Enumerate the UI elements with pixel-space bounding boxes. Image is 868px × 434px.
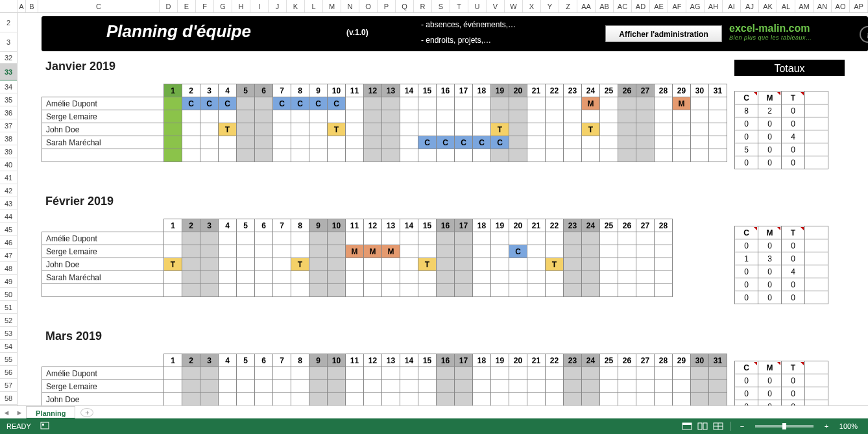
day-cell[interactable]: M [382, 245, 400, 258]
day-header-4[interactable]: 4 [219, 219, 237, 232]
day-cell[interactable] [618, 123, 636, 136]
totals-cell-T[interactable]: 4 [782, 265, 805, 278]
day-cell[interactable] [400, 149, 418, 162]
row-header-54[interactable]: 54 [0, 340, 17, 353]
row-header-35[interactable]: 35 [0, 93, 17, 106]
day-cell[interactable] [618, 110, 636, 123]
day-cell[interactable]: C [437, 136, 455, 149]
day-cell[interactable] [564, 97, 582, 110]
day-cell[interactable]: T [582, 123, 600, 136]
day-cell[interactable] [564, 232, 582, 245]
day-cell[interactable] [291, 110, 309, 123]
day-header-4[interactable]: 4 [219, 84, 237, 97]
day-cell[interactable] [582, 136, 600, 149]
day-cell[interactable] [346, 136, 364, 149]
row-header-56[interactable]: 56 [0, 366, 17, 379]
row-header-58[interactable]: 58 [0, 392, 17, 405]
day-cell[interactable] [636, 97, 655, 110]
day-cell[interactable] [473, 258, 491, 271]
column-header-C[interactable]: C [38, 0, 160, 12]
day-cell[interactable] [600, 136, 618, 149]
totals-cell-M[interactable]: 0 [758, 265, 782, 278]
day-cell[interactable]: M [346, 245, 364, 258]
day-cell[interactable] [673, 380, 691, 393]
day-cell[interactable] [237, 271, 255, 284]
row-header-47[interactable]: 47 [0, 249, 17, 262]
day-cell[interactable] [309, 110, 328, 123]
day-cell[interactable] [364, 110, 382, 123]
column-header-M[interactable]: M [323, 0, 341, 12]
totals-cell-blank[interactable] [805, 291, 828, 304]
day-cell[interactable]: C [309, 97, 328, 110]
day-cell[interactable] [491, 149, 509, 162]
day-cell[interactable] [346, 123, 364, 136]
day-cell[interactable] [691, 97, 709, 110]
day-cell[interactable] [491, 380, 509, 393]
column-header-R[interactable]: R [414, 0, 432, 12]
column-header-AA[interactable]: AA [577, 0, 596, 12]
day-header-24[interactable]: 24 [582, 354, 600, 367]
day-cell[interactable] [582, 232, 600, 245]
day-header-30[interactable]: 30 [691, 354, 709, 367]
day-cell[interactable] [418, 149, 437, 162]
day-cell[interactable] [527, 97, 546, 110]
column-header-K[interactable]: K [287, 0, 305, 12]
day-cell[interactable] [709, 367, 727, 380]
day-cell[interactable] [273, 271, 291, 284]
person-name[interactable] [42, 149, 164, 162]
column-header-D[interactable]: D [160, 0, 178, 12]
day-cell[interactable] [582, 110, 600, 123]
day-header-20[interactable]: 20 [509, 219, 527, 232]
totals-cell-blank[interactable] [805, 239, 828, 252]
totals-cell-M[interactable]: 0 [758, 143, 782, 156]
tab-nav-first[interactable]: ◄ [0, 409, 13, 416]
day-header-13[interactable]: 13 [382, 84, 400, 97]
day-header-29[interactable]: 29 [673, 84, 691, 97]
totals-cell-C[interactable]: 0 [735, 130, 758, 143]
day-cell[interactable] [655, 123, 673, 136]
totals-cell-blank[interactable] [805, 374, 828, 387]
day-header-23[interactable]: 23 [564, 84, 582, 97]
person-name[interactable]: Serge Lemaire [42, 245, 164, 258]
day-cell[interactable] [382, 232, 400, 245]
day-cell[interactable] [455, 245, 473, 258]
day-cell[interactable]: T [164, 258, 182, 271]
day-cell[interactable] [219, 271, 237, 284]
column-header-I[interactable]: I [250, 0, 269, 12]
day-cell[interactable] [691, 393, 709, 406]
day-cell[interactable] [418, 271, 437, 284]
day-cell[interactable] [600, 245, 618, 258]
day-cell[interactable] [527, 284, 546, 297]
person-name[interactable]: Serge Lemaire [42, 110, 164, 123]
day-cell[interactable] [182, 271, 200, 284]
row-header-36[interactable]: 36 [0, 106, 17, 119]
admin-button[interactable]: Afficher l'administration [605, 25, 722, 42]
row-header-51[interactable]: 51 [0, 301, 17, 314]
day-cell[interactable] [582, 284, 600, 297]
day-cell[interactable] [455, 367, 473, 380]
column-header-AL[interactable]: AL [777, 0, 795, 12]
day-header-16[interactable]: 16 [437, 84, 455, 97]
day-header-1[interactable]: 1 [164, 219, 182, 232]
day-cell[interactable] [382, 149, 400, 162]
day-cell[interactable] [273, 367, 291, 380]
day-cell[interactable] [309, 284, 328, 297]
day-header-21[interactable]: 21 [527, 84, 546, 97]
day-cell[interactable] [237, 367, 255, 380]
day-header-10[interactable]: 10 [328, 84, 346, 97]
day-cell[interactable] [364, 123, 382, 136]
day-cell[interactable] [219, 232, 237, 245]
row-header-53[interactable]: 53 [0, 327, 17, 340]
day-cell[interactable]: C [455, 136, 473, 149]
row-header-37[interactable]: 37 [0, 119, 17, 132]
day-header-18[interactable]: 18 [473, 219, 491, 232]
day-cell[interactable] [255, 393, 273, 406]
day-cell[interactable] [618, 232, 636, 245]
day-header-5[interactable]: 5 [237, 354, 255, 367]
totals-cell-M[interactable]: 0 [758, 156, 782, 169]
day-cell[interactable] [636, 245, 655, 258]
day-cell[interactable] [473, 380, 491, 393]
day-cell[interactable] [255, 149, 273, 162]
day-cell[interactable] [437, 232, 455, 245]
macro-record-icon[interactable] [40, 421, 49, 431]
